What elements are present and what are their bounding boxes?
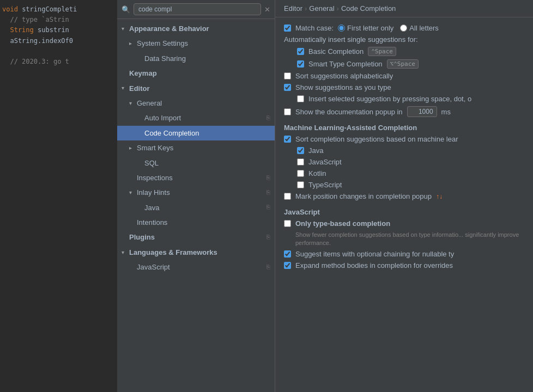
sidebar-item-code-completion[interactable]: Code Completion (117, 126, 275, 140)
code-line-2: // type `aStrin (2, 15, 115, 25)
sidebar-item-label: Data Sharing (144, 52, 270, 65)
sidebar-item-keymap[interactable]: Keymap (117, 66, 275, 81)
search-input[interactable]: code compl (134, 3, 261, 15)
ml-section-title: Machine Learning-Assisted Completion (284, 124, 524, 132)
smart-type-label: Smart Type Completion (308, 60, 383, 68)
sidebar-item-java[interactable]: Java ⎘ (117, 200, 275, 215)
copy-icon: ⎘ (266, 262, 270, 273)
sidebar-item-auto-import[interactable]: Auto Import ⎘ (117, 111, 275, 125)
ml-kotlin-label: Kotlin (308, 169, 326, 177)
ml-javascript-checkbox[interactable] (297, 158, 304, 166)
search-icon: 🔍 (122, 5, 130, 14)
arrow-icon (122, 248, 129, 258)
settings-sidebar: 🔍 code compl ✕ Appearance & Behavior Sys… (117, 0, 275, 392)
copy-icon: ⎘ (266, 202, 270, 213)
auto-insert-label: Automatically insert single suggestions … (284, 35, 418, 44)
mark-position-label: Mark position changes in completion popu… (295, 192, 432, 200)
copy-icon: ⎘ (266, 232, 270, 243)
copy-icon: ⎘ (266, 187, 270, 198)
only-type-based-label: Only type-based completion (295, 219, 390, 228)
arrow-icon (129, 39, 137, 48)
only-type-based-checkbox[interactable] (284, 220, 291, 227)
sidebar-item-data-sharing[interactable]: Data Sharing (117, 51, 275, 66)
show-as-you-type-row: Show suggestions as you type (284, 83, 524, 91)
sidebar-item-sql[interactable]: SQL (117, 156, 275, 170)
sidebar-item-plugins[interactable]: Plugins ⎘ (117, 230, 275, 244)
ml-javascript-label: JavaScript (308, 158, 342, 166)
breadcrumb-sep-1: › (305, 4, 307, 13)
ml-sort-label: Sort completion suggestions based on mac… (295, 135, 458, 143)
suggest-optional-chaining-checkbox[interactable] (284, 250, 291, 258)
search-bar: 🔍 code compl ✕ (117, 0, 275, 19)
sidebar-item-inlay-hints[interactable]: Inlay Hints ⎘ (117, 185, 275, 200)
sidebar-item-javascript[interactable]: JavaScript ⎘ (117, 260, 275, 274)
copy-icon: ⎘ (266, 113, 270, 124)
sidebar-item-label: Auto Import (144, 112, 264, 124)
all-letters-label: All letters (409, 24, 438, 32)
sidebar-item-system-settings[interactable]: System Settings (117, 36, 275, 51)
ml-java-label: Java (308, 146, 323, 155)
arrow-icon (122, 83, 129, 93)
match-case-checkbox[interactable] (284, 24, 291, 32)
sidebar-item-label: Java (144, 201, 264, 214)
basic-completion-label: Basic Completion (308, 47, 364, 56)
clear-search-icon[interactable]: ✕ (264, 5, 270, 14)
match-case-radio-group: First letter only All letters (338, 24, 439, 32)
ml-java-row: Java (284, 146, 524, 155)
sidebar-item-languages[interactable]: Languages & Frameworks (117, 245, 275, 260)
expand-method-checkbox[interactable] (284, 262, 291, 269)
position-arrows-icon: ↑↓ (436, 193, 443, 200)
sidebar-item-intentions[interactable]: Intentions (117, 215, 275, 230)
all-letters-radio-label[interactable]: All letters (400, 24, 438, 32)
breadcrumb-sep-2: › (337, 4, 339, 13)
ml-java-checkbox[interactable] (297, 147, 304, 154)
show-doc-ms-input[interactable] (407, 106, 437, 117)
show-as-you-type-label: Show suggestions as you type (295, 83, 391, 91)
ml-kotlin-checkbox[interactable] (297, 170, 304, 177)
sidebar-item-label: JavaScript (137, 261, 264, 273)
code-line-5 (2, 46, 115, 57)
first-letter-label: First letter only (347, 24, 393, 32)
sidebar-item-appearance[interactable]: Appearance & Behavior (117, 21, 275, 36)
insert-selected-row: Insert selected suggestion by pressing s… (284, 95, 524, 103)
ml-typescript-checkbox[interactable] (297, 181, 304, 188)
ml-typescript-label: TypeScript (308, 181, 342, 189)
content-area: Editor › General › Code Completion Match… (275, 0, 533, 392)
only-type-based-row: Only type-based completion (284, 219, 524, 228)
smart-type-shortcut: ⌥⌃Space (387, 59, 419, 69)
breadcrumb-editor: Editor (284, 4, 302, 13)
arrow-icon (129, 99, 137, 108)
ml-sort-checkbox[interactable] (284, 136, 291, 143)
sort-alpha-label: Sort suggestions alphabetically (295, 72, 393, 80)
suggest-optional-chaining-label: Suggest items with optional chaining for… (295, 250, 454, 258)
basic-completion-shortcut: ⌃Space (368, 47, 396, 56)
first-letter-radio-label[interactable]: First letter only (338, 24, 393, 32)
sidebar-item-label: Appearance & Behavior (129, 22, 270, 35)
sidebar-item-editor[interactable]: Editor (117, 81, 275, 96)
ml-kotlin-row: Kotlin (284, 169, 524, 177)
sidebar-item-label: Keymap (129, 67, 270, 79)
insert-selected-checkbox[interactable] (297, 95, 304, 102)
sidebar-item-smart-keys[interactable]: Smart Keys (117, 140, 275, 155)
show-doc-popup-checkbox[interactable] (284, 108, 291, 115)
arrow-icon (129, 188, 137, 198)
code-editor-panel: void stringCompleti // type `aStrin Stri… (0, 0, 117, 392)
smart-type-checkbox[interactable] (297, 60, 304, 68)
sidebar-item-label: Plugins (129, 231, 264, 243)
arrow-icon (122, 24, 129, 34)
match-case-label: Match case: (295, 24, 334, 32)
sidebar-item-label: System Settings (137, 37, 270, 50)
sidebar-item-label: Inlay Hints (137, 186, 264, 199)
copy-icon: ⎘ (266, 173, 270, 183)
all-letters-radio[interactable] (400, 24, 407, 32)
sidebar-item-inspections[interactable]: Inspections ⎘ (117, 170, 275, 185)
sort-alpha-checkbox[interactable] (284, 72, 291, 79)
basic-completion-checkbox[interactable] (297, 48, 304, 55)
sidebar-item-general[interactable]: General (117, 96, 275, 111)
first-letter-radio[interactable] (338, 24, 345, 32)
mark-position-checkbox[interactable] (284, 193, 291, 200)
show-as-you-type-checkbox[interactable] (284, 84, 291, 91)
sidebar-item-label: Languages & Frameworks (129, 246, 270, 259)
javascript-section-title: JavaScript (284, 208, 524, 216)
code-line-3: String substrin (2, 25, 115, 35)
